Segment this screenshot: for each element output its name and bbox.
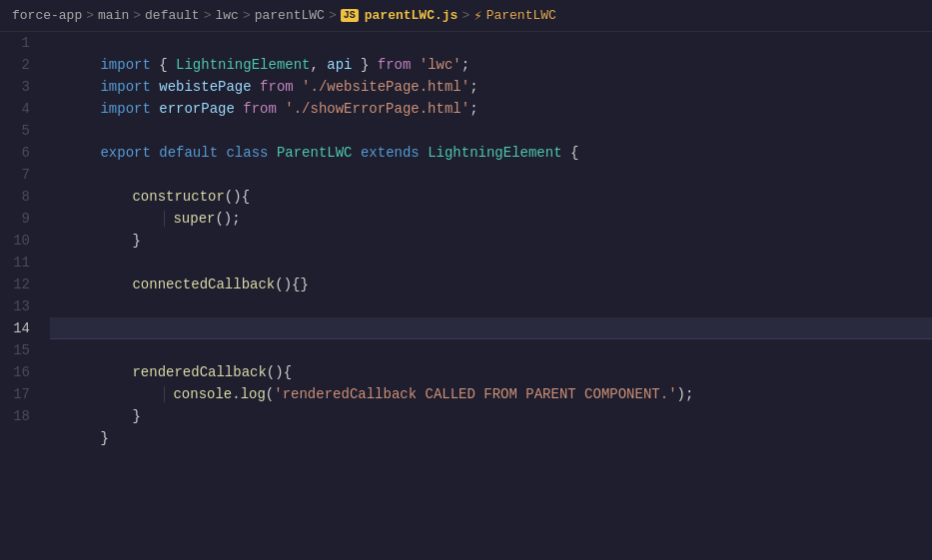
ln-16: 16 [8,361,30,383]
js-badge-icon: JS [341,9,359,22]
ln-15: 15 [8,339,30,361]
ln-13: 13 [8,295,30,317]
code-line-17: } [50,383,932,405]
code-line-9: } [50,208,932,230]
ln-6: 6 [8,142,30,164]
bc-sep-1: > [86,8,94,23]
code-line-1: import { LightningElement, api } from 'l… [50,32,932,54]
code-line-6 [50,142,932,164]
code-line-18: } [50,405,932,427]
ln-18: 18 [8,405,30,427]
ln-12: 12 [8,274,30,295]
ln-5: 5 [8,120,30,142]
code-line-4 [50,98,932,120]
bc-main[interactable]: main [98,8,129,23]
ln-7: 7 [8,164,30,186]
editor-area: 1 2 3 4 5 6 7 8 9 10 11 12 13 14 15 16 1… [0,32,932,560]
ln-8: 8 [8,186,30,208]
code-line-11: connectedCallback(){} [50,252,932,274]
bc-parentlwc[interactable]: parentLWC [255,8,325,23]
code-line-12 [50,274,932,295]
code-line-16: console.log('renderedCallback CALLED FRO… [50,361,932,383]
ln-11: 11 [8,252,30,274]
code-line-14 [50,317,932,339]
bc-default[interactable]: default [145,8,200,23]
bc-sep-5: > [329,8,337,23]
ln-1: 1 [8,32,30,54]
bc-file[interactable]: parentLWC.js [365,8,459,23]
code-area[interactable]: import { LightningElement, api } from 'l… [46,32,932,560]
line-numbers: 1 2 3 4 5 6 7 8 9 10 11 12 13 14 15 16 1… [0,32,46,560]
bc-sep-2: > [133,8,141,23]
ln-17: 17 [8,383,30,405]
bc-component-class[interactable]: ParentLWC [486,8,556,23]
code-line-10 [50,230,932,252]
ln-2: 2 [8,54,30,76]
code-line-15: renderedCallback(){ [50,339,932,361]
code-line-2: import webistePage from './websitePage.h… [50,54,932,76]
component-icon: ⚡ [473,7,481,24]
bc-lwc[interactable]: lwc [215,8,238,23]
bc-sep-3: > [204,8,212,23]
ln-9: 9 [8,208,30,230]
ln-4: 4 [8,98,30,120]
bc-sep-6: > [462,8,469,23]
breadcrumb: force-app > main > default > lwc > paren… [0,0,932,32]
bc-force-app[interactable]: force-app [12,8,82,23]
code-line-5: export default class ParentLWC extends L… [50,120,932,142]
ln-10: 10 [8,230,30,252]
ln-14: 14 [8,317,30,339]
code-line-3: import errorPage from './showErrorPage.h… [50,76,932,98]
code-line-13: render(){ return webistePage; } [50,295,932,317]
bc-sep-4: > [243,8,251,23]
ln-3: 3 [8,76,30,98]
code-line-7: constructor(){ [50,164,932,186]
code-line-8: super(); [50,186,932,208]
